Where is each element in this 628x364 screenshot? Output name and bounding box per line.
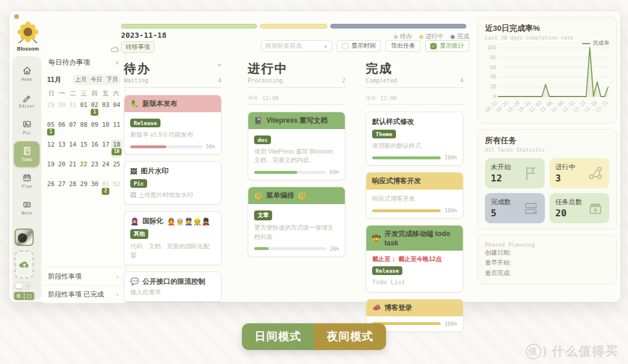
upload-dropzone[interactable] bbox=[15, 251, 34, 279]
sidebar-item-label: Todo bbox=[22, 157, 32, 162]
sidebar-item-home[interactable]: Home bbox=[14, 61, 40, 87]
tag-badge: Release bbox=[130, 119, 160, 127]
progress-row: 50% bbox=[130, 144, 215, 149]
watermark-text: 什么值得买 bbox=[552, 343, 619, 359]
calendar-day[interactable]: 14 bbox=[67, 140, 78, 158]
calendar-day[interactable]: 10 bbox=[100, 120, 111, 138]
progress-label: 100% bbox=[444, 155, 457, 160]
transfer-tasks-button[interactable]: 转移事项 bbox=[121, 41, 155, 53]
sidebar-item-pic[interactable]: Pic bbox=[14, 115, 40, 140]
calendar-day[interactable]: 03 bbox=[100, 100, 111, 118]
card-header: 响应式博客开发 bbox=[366, 173, 463, 190]
toggle-dot bbox=[27, 284, 30, 287]
progress-label: 60% bbox=[330, 169, 339, 175]
task-card[interactable]: 🖼 图片水印 Pic 🖼 上传图片时增加水印 bbox=[124, 161, 222, 205]
tag-badge: Release bbox=[372, 266, 402, 275]
calendar-day[interactable]: 07 bbox=[67, 120, 78, 138]
card-header: 🔱 菜单编排 🔱 bbox=[248, 187, 345, 204]
calendar-day[interactable]: 23 bbox=[89, 159, 100, 177]
calendar-day[interactable]: 051 bbox=[45, 120, 56, 138]
sidebar-item-plan[interactable]: Plan bbox=[14, 168, 40, 194]
calendar-day[interactable]: 12 bbox=[45, 140, 56, 158]
tag-filter-select[interactable]: 根据标签筛选 ∨ bbox=[261, 40, 332, 52]
column-completed: 完成 Completed 4 中午 12:00 默认样式修改 Theme 使用新… bbox=[366, 60, 463, 338]
calendar-day[interactable]: 26 bbox=[45, 179, 56, 197]
smzdm-watermark: 值 ) 什么值得买 bbox=[526, 343, 619, 359]
weekday-header: 日 一 二 三 四 五 六 bbox=[42, 90, 125, 98]
calendar-day[interactable]: 06 bbox=[56, 120, 67, 138]
task-card[interactable]: 🧕 国际化 👲👳👮👷💂 其他 代码、文档、页面的国际化配置 bbox=[124, 211, 222, 265]
sidebar-item-label: Home bbox=[22, 77, 32, 82]
show-time-checkbox[interactable]: 显示时间 bbox=[337, 40, 381, 52]
task-card[interactable]: 🤠 开发完成移动端 todo task 截止至： 截止至今晚12点 Releas… bbox=[366, 225, 463, 292]
legend-label: 进行中 bbox=[426, 33, 444, 41]
svg-text:0: 0 bbox=[493, 94, 496, 99]
daily-todo-dropdown[interactable]: 每日待办事项 ∨ bbox=[42, 58, 125, 67]
chevron-right-icon: › bbox=[116, 291, 119, 298]
today-button[interactable]: 今日 bbox=[91, 76, 102, 84]
task-card[interactable]: 📓 Vitepress 重写文档 doc 使用 VitePress 重写 Blo… bbox=[248, 112, 345, 180]
calendar-day[interactable]: 20 bbox=[56, 159, 67, 177]
svg-text:100: 100 bbox=[487, 45, 496, 51]
sync-button[interactable] bbox=[110, 45, 120, 55]
calendar-day[interactable]: 13 bbox=[56, 140, 67, 158]
kanban-board: 2023-11-18 转移事项 待办 进行中 完成 根据标签筛选 ∨ 显示时间 … bbox=[120, 11, 479, 303]
calendar-day[interactable]: 24 bbox=[100, 159, 111, 177]
add-task-button[interactable]: + bbox=[217, 60, 222, 69]
avatar[interactable] bbox=[15, 229, 34, 246]
sidebar-item-note[interactable]: Note bbox=[14, 195, 40, 220]
calendar-day[interactable]: 17 bbox=[100, 140, 111, 158]
calendar-day[interactable]: 21 bbox=[67, 159, 78, 177]
phased-items-done-row[interactable]: 阶段性事项 已完成 › bbox=[42, 285, 124, 303]
calendar-day[interactable]: 19 bbox=[45, 159, 56, 177]
calendar-day[interactable]: 29 bbox=[45, 100, 56, 118]
export-tasks-button[interactable]: 导出任务 bbox=[386, 40, 420, 52]
card-desc: 接入此需求 bbox=[130, 288, 215, 297]
sidebar-item-todo[interactable]: Todo bbox=[14, 141, 40, 167]
card-title: Vitepress 重写文档 bbox=[266, 116, 327, 126]
calendar-day[interactable]: 29 bbox=[78, 179, 90, 197]
show-stats-checkbox[interactable]: ✓ 显示统计 bbox=[425, 40, 469, 52]
card-title: 新版本发布 bbox=[142, 99, 177, 109]
last-finished-label: 最后完成: bbox=[485, 268, 609, 278]
day-mode-button[interactable]: 日间模式 bbox=[242, 323, 314, 350]
calendar-day[interactable]: 31 bbox=[67, 100, 78, 118]
calendar-day[interactable]: 15 bbox=[78, 140, 90, 158]
sidebar-item-label: Pic bbox=[23, 130, 31, 135]
calendar-day[interactable]: 021 bbox=[89, 100, 100, 118]
calendar-day[interactable]: 27 bbox=[56, 179, 67, 197]
time-divider: 中午 12:00 bbox=[366, 95, 463, 105]
task-card[interactable]: 💬 公开接口的限流控制 接入此需求 bbox=[124, 272, 222, 302]
theme-toggle-switch[interactable] bbox=[15, 282, 32, 290]
phased-items-row[interactable]: 阶段性事项 › bbox=[42, 267, 124, 285]
weekday: 四 bbox=[89, 90, 100, 98]
calendar-day[interactable]: 09 bbox=[89, 120, 100, 138]
gear-icon: ⚙ bbox=[16, 293, 21, 299]
prev-month-button[interactable]: 上月 bbox=[75, 76, 87, 84]
people-icons: 👲👳👮👷💂 bbox=[167, 217, 210, 226]
layout-button[interactable]: ▢ bbox=[24, 292, 34, 300]
settings-button[interactable]: ⚙ bbox=[14, 292, 24, 300]
calendar-day[interactable]: 16 bbox=[89, 140, 100, 158]
task-card[interactable]: 响应式博客开发 响应式博客开发 100% bbox=[366, 172, 463, 219]
sidebar-item-label: Note bbox=[22, 210, 32, 216]
calendar-day[interactable]: 012 bbox=[100, 179, 111, 197]
trident-icon: 🔱 bbox=[298, 192, 306, 200]
calendar-day[interactable]: 08 bbox=[78, 120, 90, 138]
task-card[interactable]: 默认样式修改 Theme 使用新的默认样式 100% bbox=[366, 112, 463, 166]
task-card[interactable]: 🦜 新版本发布 Release 新版本 v1.9.0 功能发布 50% bbox=[124, 95, 222, 155]
calendar-day[interactable]: 22 bbox=[78, 159, 90, 177]
task-card[interactable]: 🔱 菜单编排 🔱 文章 更方便快速的方式统一管理文档列表 20% bbox=[248, 187, 345, 256]
day-count-badge: 2 bbox=[102, 188, 109, 195]
sidebar-item-editor[interactable]: Editor bbox=[14, 88, 40, 113]
night-mode-button[interactable]: 夜间模式 bbox=[314, 323, 386, 350]
calendar-day[interactable]: 01 bbox=[78, 100, 90, 118]
calendar-day[interactable]: 30 bbox=[89, 179, 100, 197]
calendar-day[interactable]: 28 bbox=[67, 179, 78, 197]
trident-icon: 🔱 bbox=[254, 192, 263, 200]
card-title: 公开接口的限流控制 bbox=[142, 277, 205, 287]
calendar-day[interactable]: 30 bbox=[56, 100, 67, 118]
todo-book-icon bbox=[22, 146, 32, 156]
svg-text:60: 60 bbox=[490, 65, 496, 70]
next-month-button[interactable]: 下月 bbox=[106, 76, 118, 84]
